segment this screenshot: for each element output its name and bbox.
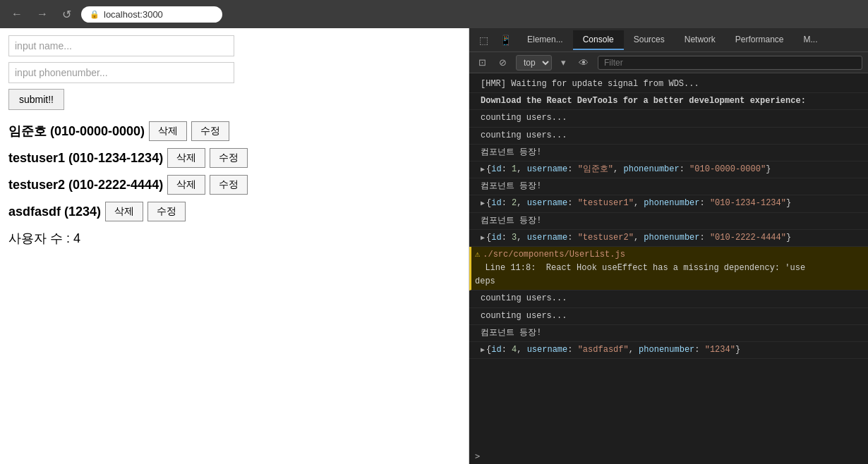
chevron-icon[interactable]: ▾ <box>557 56 569 69</box>
console-line: counting users... <box>469 128 868 145</box>
edit-button[interactable]: 수정 <box>147 202 186 221</box>
user-row: 임준호 (010-0000-0000)삭제수정 <box>8 121 460 141</box>
back-button[interactable]: ← <box>7 5 27 23</box>
edit-button[interactable]: 수정 <box>191 121 229 141</box>
console-line: 컴포넌트 등장! <box>469 213 868 230</box>
devtools-tab-performance[interactable]: Performance <box>725 30 794 50</box>
devtools-tab-elemen[interactable]: Elemen... <box>517 30 573 50</box>
console-output: [HMR] Waiting for update signal from WDS… <box>469 73 868 448</box>
devtools-tabs: ⬚ 📱 Elemen...ConsoleSourcesNetworkPerfor… <box>469 28 868 52</box>
devtools-tab-sources[interactable]: Sources <box>624 30 675 50</box>
filter-input[interactable] <box>598 56 862 70</box>
console-warning: ⚠./src/components/UserList.js Line 11:8:… <box>469 247 868 291</box>
devtools-tab-m[interactable]: M... <box>793 30 827 50</box>
block-icon[interactable]: ⊘ <box>495 56 510 69</box>
console-line: 컴포넌트 등장! <box>469 325 868 342</box>
user-row: testuser2 (010-2222-4444)삭제수정 <box>8 175 460 195</box>
console-object[interactable]: ▶{id: 4, username: "asdfasdf", phonenumb… <box>469 342 868 359</box>
eye-icon[interactable]: 👁 <box>575 56 592 70</box>
obj-toggle[interactable]: ▶ <box>481 200 485 207</box>
delete-button[interactable]: 삭제 <box>167 148 205 168</box>
console-object[interactable]: ▶{id: 1, username: "임준호", phonenumber: "… <box>469 161 868 178</box>
devtools-toolbar: ⊡ ⊘ top ▾ 👁 <box>469 52 868 73</box>
console-line: 컴포넌트 등장! <box>469 178 868 195</box>
user-list: 임준호 (010-0000-0000)삭제수정testuser1 (010-12… <box>8 121 460 221</box>
user-name: testuser1 (010-1234-1234) <box>8 151 163 166</box>
console-line: 컴포넌트 등장! <box>469 145 868 161</box>
warning-icon: ⚠ <box>475 250 480 260</box>
lock-icon: 🔒 <box>90 10 100 19</box>
delete-button[interactable]: 삭제 <box>149 121 187 141</box>
submit-button[interactable]: submit!! <box>8 89 64 110</box>
web-panel: submit!! 임준호 (010-0000-0000)삭제수정testuser… <box>0 28 469 464</box>
console-line: counting users... <box>469 308 868 325</box>
devtools-panel: ⬚ 📱 Elemen...ConsoleSourcesNetworkPerfor… <box>469 28 868 464</box>
phone-input[interactable] <box>8 62 234 83</box>
forward-button[interactable]: → <box>32 5 52 23</box>
scope-select[interactable]: top <box>516 55 552 71</box>
console-object[interactable]: ▶{id: 2, username: "testuser1", phonenum… <box>469 195 868 212</box>
console-prompt[interactable]: > <box>469 448 868 464</box>
user-count: 사용자 수 : 4 <box>8 230 460 247</box>
tabs-container: Elemen...ConsoleSourcesNetworkPerformanc… <box>517 30 827 50</box>
user-name: testuser2 (010-2222-4444) <box>8 178 163 193</box>
devtools-tab-network[interactable]: Network <box>675 30 725 50</box>
user-name: asdfasdf (1234) <box>8 204 101 219</box>
reload-button[interactable]: ↺ <box>58 5 76 24</box>
delete-button[interactable]: 삭제 <box>105 202 143 221</box>
console-line: counting users... <box>469 291 868 307</box>
user-name: 임준호 (010-0000-0000) <box>8 123 145 140</box>
edit-button[interactable]: 수정 <box>210 148 248 168</box>
inspect-icon[interactable]: ⬚ <box>474 32 494 49</box>
user-row: asdfasdf (1234)삭제수정 <box>8 202 460 221</box>
devtools-tab-console[interactable]: Console <box>573 30 624 50</box>
device-icon[interactable]: 📱 <box>494 32 517 49</box>
obj-toggle[interactable]: ▶ <box>481 166 485 173</box>
obj-toggle[interactable]: ▶ <box>481 346 485 354</box>
browser-chrome: ← → ↺ 🔒 localhost:3000 <box>0 0 868 28</box>
sidebar-icon[interactable]: ⊡ <box>475 56 490 69</box>
console-line: counting users... <box>469 110 868 127</box>
console-object[interactable]: ▶{id: 3, username: "testuser2", phonenum… <box>469 230 868 247</box>
name-input[interactable] <box>8 35 234 56</box>
edit-button[interactable]: 수정 <box>210 175 248 195</box>
url-text: localhost:3000 <box>104 9 163 20</box>
address-bar[interactable]: 🔒 localhost:3000 <box>81 6 222 23</box>
console-line: Download the React DevTools for a better… <box>469 93 868 110</box>
user-row: testuser1 (010-1234-1234)삭제수정 <box>8 148 460 168</box>
obj-toggle[interactable]: ▶ <box>481 234 485 242</box>
main-area: submit!! 임준호 (010-0000-0000)삭제수정testuser… <box>0 28 868 464</box>
delete-button[interactable]: 삭제 <box>167 175 205 195</box>
console-line: [HMR] Waiting for update signal from WDS… <box>469 76 868 93</box>
